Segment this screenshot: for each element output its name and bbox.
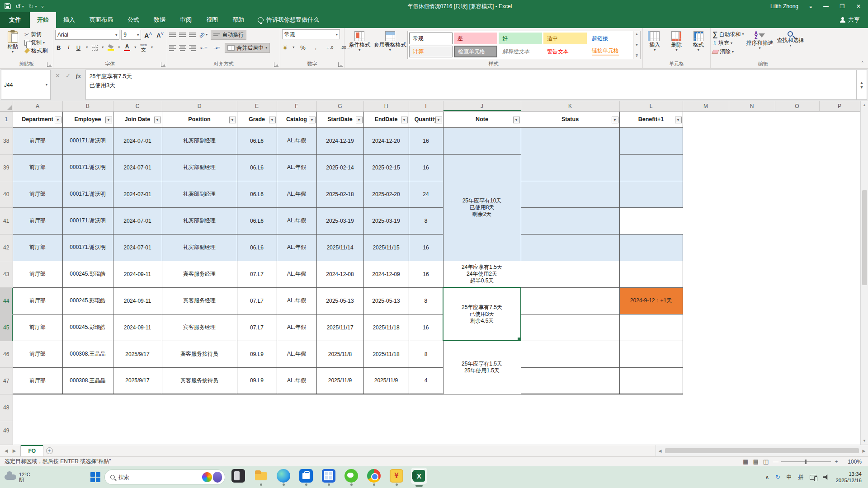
cell[interactable]: 2024-07-01 [113, 154, 162, 181]
sheet-nav-left-icon[interactable]: ◀ [5, 448, 8, 453]
row-number[interactable]: 49 [0, 421, 13, 445]
align-left-icon[interactable] [169, 45, 176, 51]
undo-dropdown-icon[interactable]: ▾ [22, 5, 24, 9]
row-number[interactable]: 46 [0, 341, 13, 367]
cell[interactable]: 2024-09-11 [113, 314, 162, 341]
cell[interactable] [619, 181, 683, 207]
tab-home[interactable]: 开始 [30, 12, 56, 28]
cell[interactable]: AL.年假 [277, 367, 316, 394]
cell[interactable]: 2025-03-19 [363, 207, 409, 234]
zoom-out-icon[interactable]: — [773, 459, 778, 465]
cell-style-warning[interactable]: 警告文本 [543, 46, 587, 57]
cell-status-merged[interactable] [521, 127, 619, 181]
cell[interactable]: 2024-12-08 [316, 261, 363, 287]
cell[interactable]: 000171.谢沃明 [62, 207, 113, 234]
filter-dropdown-icon[interactable]: ▼ [269, 117, 276, 123]
cell[interactable]: 2025/11/9 [316, 367, 363, 394]
save-icon[interactable] [5, 3, 11, 10]
cell[interactable] [619, 154, 683, 181]
cell[interactable] [619, 341, 683, 367]
cell[interactable]: 宾客服务接待员 [162, 367, 237, 394]
vertical-scroll-thumb[interactable] [862, 190, 867, 285]
customize-qat-icon[interactable]: ▿ [42, 4, 44, 9]
cancel-icon[interactable]: ✕ [55, 72, 60, 79]
cut-button[interactable]: ✂剪切 [24, 31, 47, 38]
cell[interactable]: 07.L7 [237, 261, 277, 287]
redo-dropdown-icon[interactable]: ▾ [35, 5, 37, 9]
col-K[interactable]: K [521, 101, 619, 111]
gallery-scroll[interactable]: ▲▼⊽ [633, 31, 641, 59]
insert-function-icon[interactable]: fx [76, 72, 81, 80]
header-grade[interactable]: Grade▼ [237, 111, 277, 127]
account-user-name[interactable]: Lilith Zhong [770, 3, 798, 9]
font-family-combo[interactable]: Arial▾ [55, 30, 119, 40]
sheet-nav-right-icon[interactable]: ▶ [13, 448, 16, 453]
cell[interactable]: 宾客服务经理 [162, 314, 237, 341]
cell[interactable]: 09.L9 [237, 367, 277, 394]
col-C[interactable]: C [113, 101, 162, 111]
dialog-launcher-icon[interactable] [161, 62, 165, 67]
col-I[interactable]: I [409, 101, 443, 111]
ribbon-display-options-icon[interactable]: ⌅ [804, 0, 817, 13]
share-button[interactable]: 共享 [832, 16, 868, 28]
cell[interactable]: AL.年假 [277, 287, 316, 314]
filter-dropdown-icon[interactable]: ▼ [513, 117, 520, 123]
col-G[interactable]: G [316, 101, 363, 111]
cell[interactable]: 前厅部 [13, 314, 62, 341]
fill-color-button[interactable] [108, 44, 114, 51]
cell-style-normal[interactable]: 常规 [409, 33, 453, 44]
align-right-icon[interactable] [189, 45, 196, 51]
horizontal-scroll-thumb[interactable] [665, 448, 859, 453]
cell-note-43[interactable]: 24年应享有1.5天 24年使用2天 超半0.5天 [443, 261, 521, 287]
italic-button[interactable]: I [66, 44, 71, 51]
filter-dropdown-icon[interactable]: ▼ [309, 117, 316, 123]
row-number-selected[interactable]: 44 [0, 287, 13, 314]
filter-dropdown-icon[interactable]: ▼ [154, 117, 161, 123]
cell[interactable]: 前厅部 [13, 261, 62, 287]
speaker-icon[interactable] [823, 474, 829, 480]
cell[interactable]: 2025/11/18 [363, 314, 409, 341]
col-L[interactable]: L [619, 101, 683, 111]
align-middle-icon[interactable] [179, 33, 186, 37]
cell[interactable]: 06.L6 [237, 234, 277, 261]
minimize-button[interactable]: — [818, 0, 834, 13]
font-size-combo[interactable]: 9▾ [121, 30, 141, 40]
cell[interactable]: 16 [409, 127, 443, 154]
cell[interactable]: AL.年假 [277, 207, 316, 234]
cell[interactable]: 000308.王晶晶 [62, 341, 113, 367]
find-select-button[interactable]: 查找和选择▾ [775, 29, 805, 47]
phonetic-guide-button[interactable]: wén文 [140, 43, 147, 52]
row-number[interactable]: 41 [0, 207, 13, 234]
vertical-scrollbar[interactable]: ▲ ▼ [860, 101, 868, 445]
cell[interactable]: 2025/11/17 [316, 314, 363, 341]
cell[interactable]: 000171.谢沃明 [62, 181, 113, 207]
page-break-view-icon[interactable]: ◫ [763, 458, 769, 465]
finance-app-icon[interactable]: ¥ [390, 469, 403, 483]
zoom-slider[interactable] [781, 461, 831, 462]
file-explorer-icon[interactable] [254, 469, 268, 483]
cell[interactable]: 2025-05-13 [316, 287, 363, 314]
cell[interactable]: 000171.谢沃明 [62, 234, 113, 261]
tab-help[interactable]: 帮助 [225, 12, 251, 28]
cell[interactable] [619, 261, 683, 287]
header-quantity[interactable]: Quantity▼ [409, 111, 443, 127]
cell[interactable]: 2024-07-01 [113, 234, 162, 261]
cell[interactable]: 前厅部 [13, 234, 62, 261]
taskbar-app-dark-icon[interactable] [231, 469, 245, 483]
page-layout-view-icon[interactable]: ▤ [753, 458, 758, 465]
tab-file[interactable]: 文件 [0, 12, 30, 28]
tab-formulas[interactable]: 公式 [120, 12, 146, 28]
header-join-date[interactable]: Join Date▼ [113, 111, 162, 127]
tab-insert[interactable]: 插入 [56, 12, 82, 28]
cell[interactable]: 前厅部 [13, 127, 62, 154]
cell-note-38[interactable] [443, 127, 521, 154]
cell[interactable]: 8 [409, 207, 443, 234]
taskbar-weather-widget[interactable]: 12°C阴 [0, 472, 90, 483]
filter-dropdown-icon[interactable]: ▼ [612, 117, 618, 123]
increase-indent-icon[interactable]: ⇥≡ [212, 45, 222, 51]
cell[interactable]: AL.年假 [277, 261, 316, 287]
col-H[interactable]: H [363, 101, 409, 111]
cell[interactable]: 06.L6 [237, 207, 277, 234]
cell[interactable]: 前厅部 [13, 154, 62, 181]
cell[interactable]: 2025-02-14 [316, 154, 363, 181]
